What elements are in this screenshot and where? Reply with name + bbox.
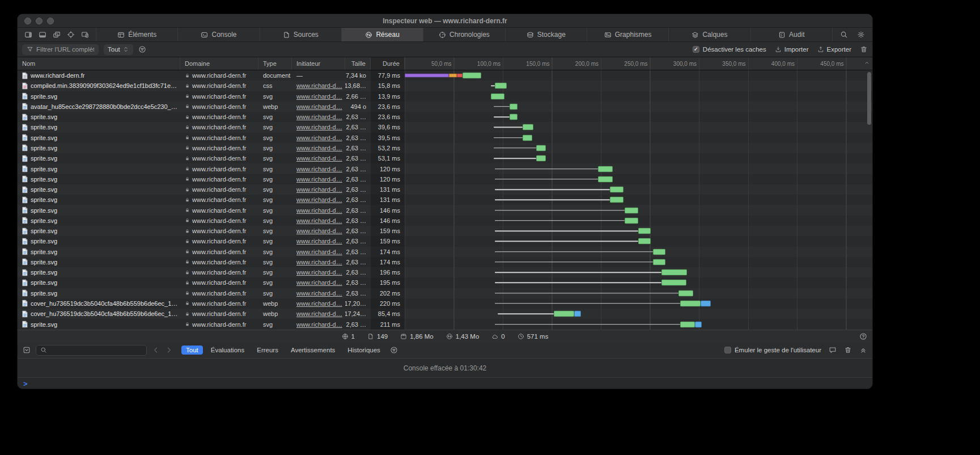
collapse-console-icon[interactable] — [859, 346, 867, 354]
tab-elements[interactable]: Éléments — [96, 28, 177, 41]
initiator-link[interactable]: www.richard-d… — [296, 176, 342, 183]
tab-graphics[interactable]: Graphismes — [587, 28, 668, 41]
table-row[interactable]: sprite.svgwww.richard-dern.frsvgwww.rich… — [18, 184, 872, 195]
tab-layers[interactable]: Calques — [668, 28, 750, 41]
minimize-button[interactable] — [36, 18, 43, 24]
console-pane-icon[interactable] — [829, 346, 837, 354]
export-button[interactable]: Exporter — [817, 46, 851, 53]
column-header-domaine[interactable]: Domaine — [180, 57, 258, 70]
console-filter-circle-icon[interactable] — [390, 346, 398, 354]
initiator-link[interactable]: www.richard-d… — [296, 82, 342, 89]
table-row[interactable]: sprite.svgwww.richard-dern.frsvgwww.rich… — [18, 226, 872, 236]
zoom-button[interactable] — [47, 18, 54, 24]
url-filter-input[interactable] — [36, 46, 94, 53]
console-scope-erreurs[interactable]: Erreurs — [252, 346, 283, 355]
initiator-link[interactable]: www.richard-d… — [296, 228, 342, 234]
emulate-user-gesture-checkbox[interactable]: Émuler le geste de l'utilisateur — [724, 347, 821, 353]
table-row[interactable]: sprite.svgwww.richard-dern.frsvgwww.rich… — [18, 205, 872, 215]
initiator-link[interactable]: www.richard-d… — [296, 300, 342, 307]
initiator-link[interactable]: www.richard-d… — [296, 196, 342, 203]
settings-icon[interactable] — [857, 31, 865, 39]
initiator-link[interactable]: www.richard-d… — [296, 238, 342, 245]
initiator-link[interactable]: www.richard-d… — [296, 155, 342, 162]
previous-result-button[interactable] — [152, 346, 160, 354]
initiator-link[interactable]: www.richard-d… — [296, 269, 342, 276]
console-scope-évaluations[interactable]: Évaluations — [206, 346, 249, 355]
table-row[interactable]: sprite.svgwww.richard-dern.frsvgwww.rich… — [18, 288, 872, 298]
table-row[interactable]: sprite.svgwww.richard-dern.frsvgwww.rich… — [18, 195, 872, 205]
help-button[interactable] — [859, 332, 867, 340]
column-header-nom[interactable]: Nom — [18, 57, 180, 70]
dock-bottom-icon[interactable] — [39, 31, 46, 39]
table-row[interactable]: sprite.svgwww.richard-dern.frsvgwww.rich… — [18, 133, 872, 143]
column-header-taille[interactable]: Taille — [345, 57, 371, 70]
column-header-initiateur[interactable]: Initiateur — [292, 57, 345, 70]
table-row[interactable]: sprite.svgwww.richard-dern.frsvgwww.rich… — [18, 247, 872, 257]
table-row[interactable]: sprite.svgwww.richard-dern.frsvgwww.rich… — [18, 236, 872, 246]
table-row[interactable]: sprite.svgwww.richard-dern.frsvgwww.rich… — [18, 112, 872, 122]
table-row[interactable]: sprite.svgwww.richard-dern.frsvgwww.rich… — [18, 91, 872, 102]
inspect-element-icon[interactable] — [67, 31, 75, 39]
initiator-link[interactable]: www.richard-d… — [296, 124, 342, 130]
initiator-link[interactable]: www.richard-d… — [296, 103, 342, 110]
trash-icon[interactable] — [844, 346, 852, 354]
console-scope-tout[interactable]: Tout — [181, 346, 203, 355]
tab-timelines[interactable]: Chronologies — [423, 28, 504, 41]
filter-circle-icon[interactable] — [138, 45, 146, 53]
url-filter-field[interactable] — [22, 44, 99, 55]
initiator-link[interactable]: www.richard-d… — [296, 279, 342, 286]
initiator-link[interactable]: www.richard-d… — [296, 166, 342, 172]
table-row[interactable]: cover_hu736519dc3b5040cfa48b6b559b6de6ec… — [18, 309, 872, 319]
console-scope-historiques[interactable]: Historiques — [343, 346, 385, 355]
table-row[interactable]: compiled.min.38390909f303624ed9e1cf1bd3f… — [18, 81, 872, 91]
console-filter-icon[interactable] — [23, 346, 31, 354]
tab-audit[interactable]: Audit — [750, 28, 832, 41]
disable-caches-checkbox[interactable]: Désactiver les caches — [693, 46, 766, 53]
table-row[interactable]: sprite.svgwww.richard-dern.frsvgwww.rich… — [18, 257, 872, 267]
table-row[interactable]: sprite.svgwww.richard-dern.frsvgwww.rich… — [18, 277, 872, 288]
table-row[interactable]: sprite.svgwww.richard-dern.frsvgwww.rich… — [18, 122, 872, 132]
initiator-link[interactable]: www.richard-d… — [296, 186, 342, 193]
table-row[interactable]: avatar_hu85ecc3e298728880b0bde2dcc4e5c23… — [18, 102, 872, 112]
table-row[interactable]: sprite.svgwww.richard-dern.frsvgwww.rich… — [18, 143, 872, 153]
initiator-link[interactable]: www.richard-d… — [296, 217, 342, 224]
table-row[interactable]: cover_hu736519dc3b5040cfa48b6b559b6de6ec… — [18, 298, 872, 309]
tab-sources[interactable]: Sources — [260, 28, 341, 41]
initiator-link[interactable]: www.richard-d… — [296, 93, 342, 100]
column-header-duree[interactable]: Durée — [371, 57, 405, 70]
initiator-link[interactable]: www.richard-d… — [296, 113, 342, 120]
close-button[interactable] — [24, 18, 31, 24]
vertical-scrollbar[interactable] — [867, 72, 871, 125]
tab-network[interactable]: Réseau — [341, 28, 423, 41]
initiator-link[interactable]: www.richard-d… — [296, 207, 342, 214]
tab-console[interactable]: Console — [177, 28, 259, 41]
console-prompt-row[interactable]: > — [18, 378, 872, 389]
initiator-link[interactable]: www.richard-d… — [296, 134, 342, 141]
initiator-link[interactable]: www.richard-d… — [296, 248, 342, 255]
console-search-input[interactable] — [50, 347, 142, 353]
next-result-button[interactable] — [165, 346, 173, 354]
search-icon[interactable] — [840, 31, 848, 39]
undock-icon[interactable] — [53, 31, 61, 39]
initiator-link[interactable]: www.richard-d… — [296, 290, 342, 297]
tab-storage[interactable]: Stockage — [505, 28, 587, 41]
import-button[interactable]: Importer — [775, 46, 809, 53]
table-row[interactable]: sprite.svgwww.richard-dern.frsvgwww.rich… — [18, 174, 872, 184]
table-row[interactable]: sprite.svgwww.richard-dern.frsvgwww.rich… — [18, 163, 872, 174]
initiator-link[interactable]: www.richard-d… — [296, 321, 342, 328]
console-search-field[interactable] — [36, 345, 147, 356]
console-scope-avertissements[interactable]: Avertissements — [286, 346, 340, 355]
chevron-up-icon[interactable] — [864, 60, 870, 67]
responsive-mode-icon[interactable] — [81, 31, 89, 39]
initiator-link[interactable]: www.richard-d… — [296, 259, 342, 266]
dock-right-icon[interactable] — [24, 31, 32, 39]
resource-type-dropdown[interactable]: Tout — [104, 44, 133, 55]
table-row[interactable]: sprite.svgwww.richard-dern.frsvgwww.rich… — [18, 153, 872, 163]
clear-network-button[interactable] — [860, 45, 868, 53]
table-row[interactable]: sprite.svgwww.richard-dern.frsvgwww.rich… — [18, 319, 872, 329]
column-header-type[interactable]: Type — [258, 57, 292, 70]
table-row[interactable]: sprite.svgwww.richard-dern.frsvgwww.rich… — [18, 267, 872, 277]
initiator-link[interactable]: www.richard-d… — [296, 145, 342, 151]
table-row[interactable]: sprite.svgwww.richard-dern.frsvgwww.rich… — [18, 216, 872, 226]
table-row[interactable]: www.richard-dern.frwww.richard-dern.frdo… — [18, 70, 872, 81]
